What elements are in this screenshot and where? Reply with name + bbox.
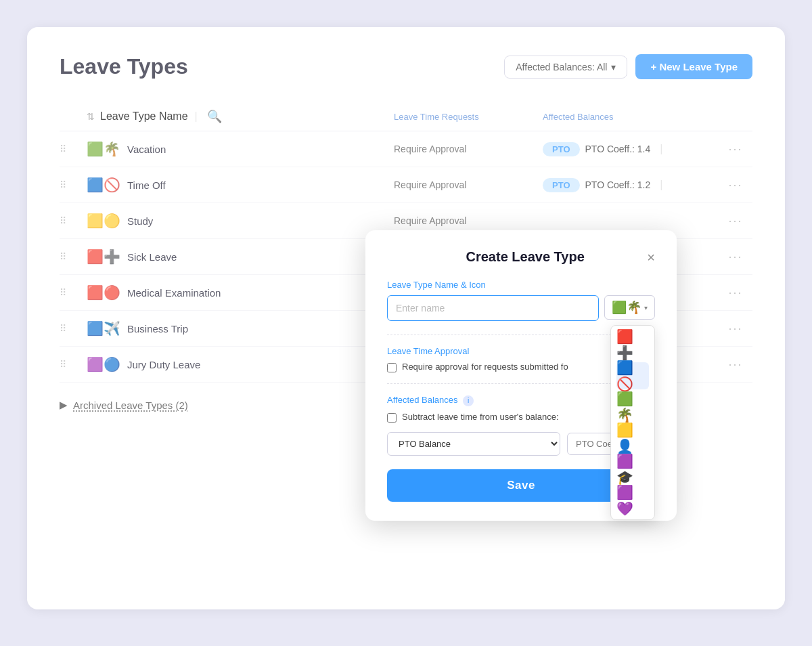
selected-icon: 🟩🌴 bbox=[612, 300, 641, 315]
drag-handle[interactable]: ⠿ bbox=[60, 287, 87, 298]
more-options-button[interactable]: ··· bbox=[719, 358, 752, 372]
more-options-button[interactable]: ··· bbox=[719, 214, 752, 228]
approval-text: Require approval for requests submitted … bbox=[402, 362, 568, 372]
approval-checkbox[interactable] bbox=[387, 363, 397, 372]
leave-type-name-input[interactable] bbox=[387, 295, 599, 321]
drag-handle[interactable]: ⠿ bbox=[60, 359, 87, 370]
leave-icon: 🟥➕ bbox=[87, 249, 120, 265]
modal-close-button[interactable]: × bbox=[647, 251, 655, 264]
table-row: ⠿ 🟦🚫 Time Off Require Approval PTO PTO C… bbox=[60, 167, 752, 203]
name-col-label: Leave Type Name bbox=[100, 110, 188, 123]
drag-handle[interactable]: ⠿ bbox=[60, 179, 87, 190]
page-header: Leave Types Affected Balances: All ▾ + N… bbox=[60, 54, 752, 79]
modal-title: Create Leave Type bbox=[403, 249, 647, 265]
icon-dropdown-button[interactable]: 🟩🌴 ▾ bbox=[604, 295, 655, 320]
leave-name-cell: 🟥🔴 Medical Examination bbox=[87, 284, 394, 301]
name-icon-row: 🟩🌴 ▾ 🟥➕ 🟦🚫 🟩🌴 🟨👤 🟪🎓 🟪💜 bbox=[387, 295, 655, 321]
table-header: ⇅ Leave Type Name | 🔍 Leave Time Request… bbox=[60, 104, 752, 131]
icon-dropdown-chevron: ▾ bbox=[644, 304, 648, 311]
leave-name-cell: 🟦✈️ Business Trip bbox=[87, 320, 394, 337]
subtract-checkbox[interactable] bbox=[387, 413, 397, 423]
main-card: Leave Types Affected Balances: All ▾ + N… bbox=[27, 27, 785, 609]
more-options-button[interactable]: ··· bbox=[719, 142, 752, 156]
leave-icon: 🟩🌴 bbox=[87, 141, 120, 157]
leave-request-cell: Require Approval bbox=[394, 144, 543, 154]
more-options-button[interactable]: ··· bbox=[719, 178, 752, 192]
leave-name-label: Study bbox=[127, 215, 153, 227]
leave-request-cell: Require Approval bbox=[394, 179, 543, 190]
drag-handle[interactable]: ⠿ bbox=[60, 144, 87, 154]
subtract-text: Subtract leave time from user's balance: bbox=[402, 412, 559, 422]
drag-handle[interactable]: ⠿ bbox=[60, 323, 87, 334]
archived-label: Archived Leave Types (2) bbox=[73, 400, 188, 411]
leave-name-cell: 🟥➕ Sick Leave bbox=[87, 249, 394, 265]
icon-option-timeoff[interactable]: 🟦🚫 bbox=[616, 362, 649, 389]
leave-name-cell: 🟪🔵 Jury Duty Leave bbox=[87, 356, 394, 372]
more-options-button[interactable]: ··· bbox=[719, 322, 752, 336]
requests-col-header: Leave Time Requests bbox=[394, 112, 543, 122]
name-section-label: Leave Type Name & Icon bbox=[387, 280, 655, 290]
drag-handle[interactable]: ⠿ bbox=[60, 251, 87, 262]
drag-handle[interactable]: ⠿ bbox=[60, 215, 87, 226]
filter-chevron-icon: ▾ bbox=[611, 62, 616, 72]
icon-picker-dropdown: 🟥➕ 🟦🚫 🟩🌴 🟨👤 🟪🎓 🟪💜 bbox=[610, 325, 655, 520]
page-title: Leave Types bbox=[60, 54, 188, 79]
pto-badge: PTO bbox=[543, 142, 580, 156]
modal-header: Create Leave Type × bbox=[387, 249, 655, 265]
sort-icon[interactable]: ⇅ bbox=[87, 111, 95, 122]
leave-icon: 🟨🟡 bbox=[87, 213, 120, 229]
leave-name-cell: 🟩🌴 Vacation bbox=[87, 141, 394, 157]
icon-option-sick[interactable]: 🟥➕ bbox=[616, 331, 649, 358]
icon-picker-container: 🟩🌴 ▾ 🟥➕ 🟦🚫 🟩🌴 🟨👤 🟪🎓 🟪💜 bbox=[604, 295, 655, 321]
search-button[interactable]: 🔍 bbox=[204, 109, 225, 124]
name-col-header: ⇅ Leave Type Name | 🔍 bbox=[87, 109, 394, 124]
leave-icon: 🟪🔵 bbox=[87, 356, 120, 372]
balances-col-header: Affected Balances bbox=[543, 112, 719, 122]
leave-name-label: Jury Duty Leave bbox=[127, 359, 200, 370]
header-actions: Affected Balances: All ▾ + New Leave Typ… bbox=[504, 54, 752, 79]
affected-balances-cell: PTO PTO Coeff.: 1.4 | bbox=[543, 142, 719, 156]
affected-balances-cell: PTO PTO Coeff.: 1.2 | bbox=[543, 178, 719, 192]
leave-name-label: Time Off bbox=[127, 179, 166, 191]
leave-name-label: Sick Leave bbox=[127, 251, 177, 263]
new-leave-type-button[interactable]: + New Leave Type bbox=[635, 54, 752, 79]
leave-name-cell: 🟨🟡 Study bbox=[87, 213, 394, 229]
leave-icon: 🟥🔴 bbox=[87, 284, 120, 301]
icon-option-heart[interactable]: 🟪💜 bbox=[616, 487, 649, 514]
new-leave-label: + New Leave Type bbox=[650, 61, 738, 72]
leave-name-label: Medical Examination bbox=[127, 287, 221, 299]
leave-name-label: Vacation bbox=[127, 144, 166, 155]
icon-option-vacation[interactable]: 🟩🌴 bbox=[616, 393, 649, 421]
leave-request-cell: Require Approval bbox=[394, 215, 543, 226]
archived-chevron-icon: ▶ bbox=[60, 399, 68, 411]
icon-option-study[interactable]: 🟨👤 bbox=[616, 425, 649, 452]
pto-badge: PTO bbox=[543, 178, 580, 192]
leave-name-cell: 🟦🚫 Time Off bbox=[87, 177, 394, 193]
leave-icon: 🟦✈️ bbox=[87, 320, 120, 337]
balance-select[interactable]: PTO Balance Other Balance bbox=[387, 432, 560, 456]
more-options-button[interactable]: ··· bbox=[719, 286, 752, 300]
pto-coeff: PTO Coeff.: 1.2 bbox=[585, 179, 651, 190]
affected-balances-filter[interactable]: Affected Balances: All ▾ bbox=[504, 56, 627, 79]
leave-icon: 🟦🚫 bbox=[87, 177, 120, 193]
table-row: ⠿ 🟩🌴 Vacation Require Approval PTO PTO C… bbox=[60, 131, 752, 167]
more-options-button[interactable]: ··· bbox=[719, 250, 752, 264]
balances-info-icon[interactable]: i bbox=[463, 395, 474, 406]
create-leave-type-modal: Create Leave Type × Leave Type Name & Ic… bbox=[365, 230, 677, 521]
leave-name-label: Business Trip bbox=[127, 323, 188, 335]
pto-coeff: PTO Coeff.: 1.4 bbox=[585, 144, 651, 154]
icon-option-grad[interactable]: 🟪🎓 bbox=[616, 456, 649, 483]
filter-label: Affected Balances: All bbox=[516, 62, 607, 72]
